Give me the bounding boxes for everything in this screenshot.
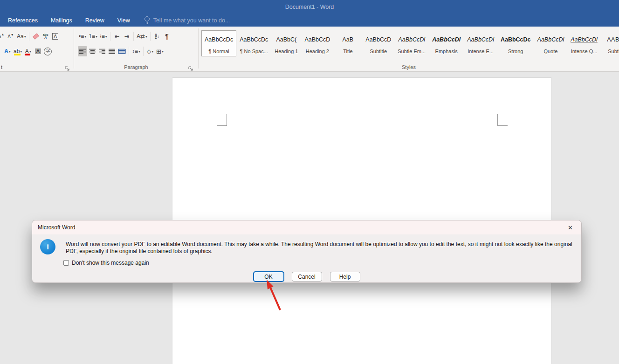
info-icon: i xyxy=(40,239,55,254)
dialog-body: i Word will now convert your PDF to an e… xyxy=(32,234,581,283)
style-no-spacing[interactable]: AaBbCcDc ¶ No Spac... xyxy=(236,30,271,56)
shading-button[interactable]: ◇▾ xyxy=(145,46,155,56)
font-group: A▲ A▼ Aa▾ abcA A A▾ ab▾ A▾ A 字 t xyxy=(0,27,74,71)
dialog-button-row: OK Cancel Help xyxy=(32,272,581,282)
separator xyxy=(110,32,110,41)
highlight-color-button[interactable]: ab▾ xyxy=(13,46,23,56)
dialog-message: Word will now convert your PDF to an edi… xyxy=(66,241,576,255)
styles-group: AaBbCcDc ¶ Normal AaBbCcDc ¶ No Spac... … xyxy=(199,27,619,71)
separator xyxy=(143,47,144,56)
font-dialog-launcher[interactable] xyxy=(65,65,70,70)
style-quote[interactable]: AaBbCcDi Quote xyxy=(534,30,568,56)
tell-me-label: Tell me what you want to do... xyxy=(153,17,230,24)
margin-crop-mark-left xyxy=(217,114,227,126)
grow-font-button[interactable]: A▲ xyxy=(0,31,6,41)
text-effects-button[interactable]: A▾ xyxy=(3,46,12,56)
style-emphasis[interactable]: AaBbCcDi Emphasis xyxy=(429,30,464,56)
help-button[interactable]: Help xyxy=(330,272,360,282)
tab-review[interactable]: Review xyxy=(79,14,111,27)
line-spacing-button[interactable]: ↕≡▾ xyxy=(131,46,141,56)
style-strong[interactable]: AaBbCcDc Strong xyxy=(497,30,534,56)
window-title: Document1 - Word xyxy=(0,4,619,10)
style-intense-quote[interactable]: AaBbCcDi Intense Q... xyxy=(567,30,601,56)
cancel-button[interactable]: Cancel xyxy=(292,272,322,282)
font-color-red-bar xyxy=(25,54,30,55)
tab-references[interactable]: References xyxy=(1,14,44,27)
separator xyxy=(133,32,134,41)
tab-mailings[interactable]: Mailings xyxy=(44,14,79,27)
styles-gallery: AaBbCcDc ¶ Normal AaBbCcDc ¶ No Spac... … xyxy=(201,30,619,56)
styles-group-label: Styles xyxy=(199,64,619,70)
paragraph-dialog-launcher[interactable] xyxy=(188,65,193,70)
style-normal[interactable]: AaBbCcDc ¶ Normal xyxy=(201,30,236,56)
sort-button[interactable]: AZ↓ xyxy=(152,31,162,41)
style-subtle-emphasis[interactable]: AaBbCcDi Subtle Em... xyxy=(394,30,429,56)
close-icon[interactable]: ✕ xyxy=(565,223,576,232)
font-color-button[interactable]: A▾ xyxy=(23,46,33,56)
dont-show-again-checkbox[interactable] xyxy=(63,260,69,266)
tab-view[interactable]: View xyxy=(111,14,137,27)
dialog-title: Microsoft Word xyxy=(38,224,565,231)
style-subtle-reference[interactable]: AABB Subtle xyxy=(601,30,619,56)
character-border-button[interactable]: A xyxy=(51,31,60,41)
dont-show-again-row[interactable]: Don't show this message again xyxy=(63,260,149,266)
ok-button[interactable]: OK xyxy=(254,272,284,282)
style-heading1[interactable]: AaBbC( Heading 1 xyxy=(271,30,301,56)
microsoft-word-dialog: Microsoft Word ✕ i Word will now convert… xyxy=(32,220,582,283)
style-heading2[interactable]: AaBbCcD Heading 2 xyxy=(301,30,333,56)
multilevel-list-button[interactable]: ⁝≡▾ xyxy=(99,31,108,41)
style-title[interactable]: AaB Title xyxy=(333,30,362,56)
separator xyxy=(29,32,29,41)
increase-indent-button[interactable]: ⇥ xyxy=(122,31,131,41)
numbering-button[interactable]: 1≡▾ xyxy=(88,31,98,41)
style-subtitle[interactable]: AaBbCcD Subtitle xyxy=(362,30,394,56)
dialog-titlebar: Microsoft Word ✕ xyxy=(32,220,581,234)
style-intense-emphasis[interactable]: AaBbCcDi Intense E... xyxy=(464,30,497,56)
character-shading-button[interactable]: A xyxy=(33,46,42,56)
phonetic-guide-button[interactable]: abcA xyxy=(41,31,50,41)
bullets-button[interactable]: •≡▾ xyxy=(78,31,87,41)
distribute-button[interactable] xyxy=(117,46,127,56)
asian-layout-button[interactable]: A⇄▾ xyxy=(136,31,148,41)
clear-formatting-button[interactable] xyxy=(31,31,41,41)
document-workspace xyxy=(0,72,619,364)
window-titlebar: Document1 - Word xyxy=(0,0,619,14)
align-left-button[interactable] xyxy=(78,46,87,56)
eraser-icon xyxy=(33,33,39,40)
margin-crop-mark-right xyxy=(497,114,508,126)
ribbon: A▲ A▼ Aa▾ abcA A A▾ ab▾ A▾ A 字 t •≡▾ 1≡▾… xyxy=(0,27,619,72)
show-hide-pilcrow-button[interactable]: ¶ xyxy=(162,31,172,41)
decrease-indent-button[interactable]: ⇤ xyxy=(112,31,122,41)
align-right-button[interactable] xyxy=(97,46,107,56)
change-case-button[interactable]: Aa▾ xyxy=(16,31,27,41)
borders-button[interactable]: ⊞▾ xyxy=(155,46,165,56)
paragraph-group-label: Paragraph xyxy=(74,64,198,70)
dont-show-again-label: Don't show this message again xyxy=(72,260,149,266)
font-group-label: t xyxy=(1,64,74,70)
align-center-button[interactable] xyxy=(88,46,97,56)
lightbulb-icon xyxy=(144,16,150,24)
shrink-font-button[interactable]: A▼ xyxy=(6,31,15,41)
enclose-characters-button[interactable]: 字 xyxy=(43,46,53,56)
paragraph-group: •≡▾ 1≡▾ ⁝≡▾ ⇤ ⇥ A⇄▾ AZ↓ ¶ ↕≡▾ xyxy=(74,27,198,71)
tell-me-search[interactable]: Tell me what you want to do... xyxy=(144,16,230,24)
highlight-yellow-bar xyxy=(14,54,21,55)
separator xyxy=(129,47,129,56)
justify-button[interactable] xyxy=(107,46,117,56)
separator xyxy=(150,32,151,41)
ribbon-tab-row: References Mailings Review View Tell me … xyxy=(0,14,619,27)
